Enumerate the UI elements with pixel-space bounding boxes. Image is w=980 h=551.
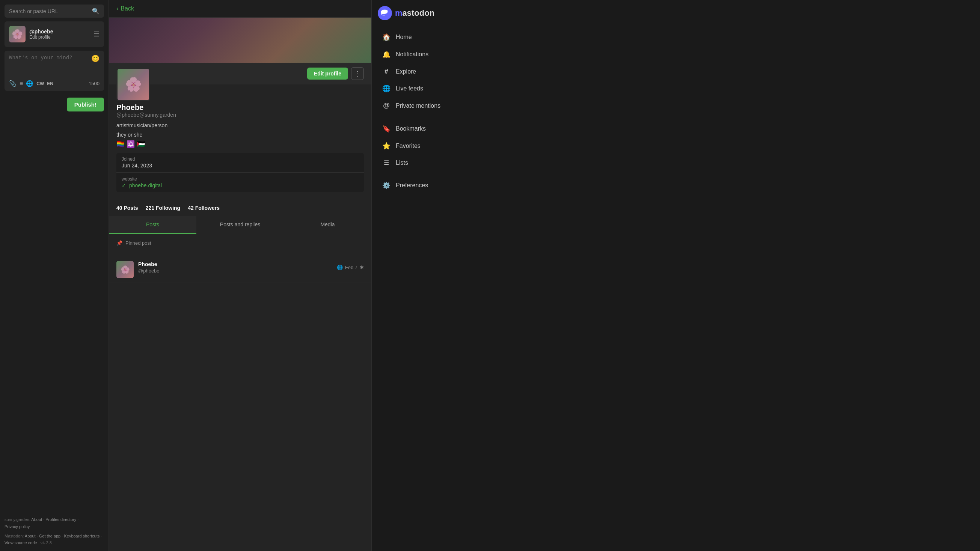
main-nav: 🏠 Home 🔔 Notifications # Explore 🌐 Live … <box>378 29 493 193</box>
bio-line2: they or she <box>116 132 364 138</box>
profiles-directory-link[interactable]: Profiles directory <box>45 517 76 522</box>
list-icon[interactable]: ≡ <box>19 80 23 87</box>
nav-item-live-feeds[interactable]: 🌐 Live feeds <box>378 81 493 97</box>
private-mentions-icon: @ <box>382 102 390 110</box>
menu-icon[interactable]: ☰ <box>94 30 100 38</box>
nav-item-notifications[interactable]: 🔔 Notifications <box>378 46 493 62</box>
profile-card: 🌸 @phoebe Edit profile ☰ <box>5 21 104 47</box>
profile-details: Phoebe @phoebe@sunny.garden artist/music… <box>109 84 371 200</box>
post-star-icon: ✱ <box>360 265 364 270</box>
post-avatar[interactable]: 🌸 <box>116 261 134 278</box>
privacy-policy-link[interactable]: Privacy policy <box>5 524 30 529</box>
username-label: @phoebe <box>29 29 53 35</box>
post-item: 🌸 Phoebe @phoebe 🌐 Feb 7 ✱ <box>109 256 371 283</box>
footer-instance-line: sunny.garden: About · Profiles directory… <box>5 516 104 530</box>
profile-info: @phoebe Edit profile <box>29 29 53 40</box>
search-input[interactable] <box>9 8 92 14</box>
attach-icon[interactable]: 📎 <box>9 80 16 87</box>
edit-profile-button[interactable]: Edit profile <box>307 68 348 79</box>
post-author: Phoebe <box>138 261 158 267</box>
joined-row: Joined Jun 24, 2023 <box>116 153 364 173</box>
nav-label-notifications: Notifications <box>396 51 428 58</box>
nav-label-preferences: Preferences <box>396 182 428 189</box>
explore-icon: # <box>382 68 390 75</box>
website-row: website ✓ phoebe.digital <box>116 173 364 192</box>
profile-handle: @phoebe@sunny.garden <box>116 112 364 118</box>
cw-button[interactable]: CW <box>37 81 44 86</box>
mastodon-about-link[interactable]: About <box>25 534 36 538</box>
bio-line1: artist/musician/person <box>116 122 364 130</box>
nav-item-lists[interactable]: ☰ Lists <box>378 156 493 170</box>
view-source-link[interactable]: View source code <box>5 540 37 545</box>
right-sidebar: mastodon 🏠 Home 🔔 Notifications # Explor… <box>372 0 500 551</box>
search-icon[interactable]: 🔍 <box>92 8 100 14</box>
post-handle: @phoebe <box>138 268 159 274</box>
home-icon: 🏠 <box>382 33 390 41</box>
following-label: Following <box>156 205 180 211</box>
followers-label: Followers <box>195 205 220 211</box>
nav-item-preferences[interactable]: ⚙️ Preferences <box>378 178 493 193</box>
back-button[interactable]: ‹ Back <box>116 5 134 12</box>
meta-card: Joined Jun 24, 2023 website ✓ phoebe.dig… <box>116 153 364 192</box>
notifications-icon: 🔔 <box>382 50 390 59</box>
website-link[interactable]: phoebe.digital <box>129 183 162 189</box>
followers-count: 42 <box>188 205 194 211</box>
footer-mastodon-line: Mastodon: About · Get the app · Keyboard… <box>5 533 104 546</box>
about-link[interactable]: About <box>31 517 42 522</box>
profile-header-area: 🌸 Edit profile ⋮ <box>109 17 371 84</box>
globe-icon[interactable]: 🌐 <box>26 80 33 87</box>
compose-area: 😊 📎 ≡ 🌐 CW EN 1500 <box>5 51 104 91</box>
nav-separator <box>378 115 493 121</box>
joined-label: Joined <box>122 157 359 162</box>
preferences-icon: ⚙️ <box>382 181 390 189</box>
tabs-row: Posts Posts and replies Media <box>109 216 371 234</box>
posts-label: Posts <box>124 205 138 211</box>
nav-label-home: Home <box>396 34 412 41</box>
profile-banner <box>109 17 371 63</box>
nav-item-bookmarks[interactable]: 🔖 Bookmarks <box>378 121 493 137</box>
tab-media[interactable]: Media <box>284 216 371 234</box>
keyboard-shortcuts-link[interactable]: Keyboard shortcuts <box>64 534 100 538</box>
compose-tools: 📎 ≡ 🌐 CW EN <box>9 80 53 87</box>
joined-date: Jun 24, 2023 <box>122 162 359 168</box>
nav-item-favorites[interactable]: ⭐ Favorites <box>378 138 493 154</box>
nav-label-live-feeds: Live feeds <box>396 85 423 92</box>
lang-button[interactable]: EN <box>47 81 53 86</box>
posts-stat[interactable]: 40 Posts <box>116 205 138 211</box>
nav-label-bookmarks: Bookmarks <box>396 125 426 132</box>
compose-textarea[interactable] <box>9 54 88 77</box>
tab-posts[interactable]: Posts <box>109 216 196 234</box>
back-header: ‹ Back <box>109 0 371 17</box>
check-icon: ✓ <box>122 183 126 189</box>
post-header: Phoebe @phoebe 🌐 Feb 7 ✱ <box>138 261 364 274</box>
post-author-info: Phoebe @phoebe <box>138 261 159 274</box>
emoji-icon[interactable]: 😊 <box>91 54 100 63</box>
stats-row: 40 Posts 221 Following 42 Followers <box>109 200 371 216</box>
get-app-link[interactable]: Get the app <box>39 534 61 538</box>
followers-stat[interactable]: 42 Followers <box>188 205 220 211</box>
back-label: Back <box>121 5 134 12</box>
left-sidebar: 🔍 🌸 @phoebe Edit profile ☰ 😊 📎 ≡ 🌐 CW <box>0 0 109 551</box>
post-meta: 🌐 Feb 7 ✱ <box>337 265 364 270</box>
char-count: 1500 <box>89 81 100 86</box>
publish-button[interactable]: Publish! <box>67 98 104 111</box>
post-date: Feb 7 <box>345 265 358 270</box>
following-stat[interactable]: 221 Following <box>146 205 181 211</box>
nav-item-private-mentions[interactable]: @ Private mentions <box>378 98 493 113</box>
more-options-button[interactable]: ⋮ <box>351 67 364 80</box>
footer-links: sunny.garden: About · Profiles directory… <box>5 516 104 546</box>
display-name: Phoebe <box>116 103 364 112</box>
logo-icon <box>378 6 392 20</box>
flags: 🏳️‍🌈 ✡️ 🇵🇸 <box>116 140 364 148</box>
nav-item-explore[interactable]: # Explore <box>378 64 493 79</box>
tab-posts-and-replies[interactable]: Posts and replies <box>196 216 284 234</box>
edit-profile-link[interactable]: Edit profile <box>29 35 53 40</box>
mastodon-label: Mastodon: <box>5 534 24 538</box>
mastodon-logo: mastodon <box>378 6 493 20</box>
nav-label-private-mentions: Private mentions <box>396 102 441 109</box>
posts-count: 40 <box>116 205 123 211</box>
pin-icon: 📌 <box>116 240 123 246</box>
nav-item-home[interactable]: 🏠 Home <box>378 29 493 45</box>
avatar[interactable]: 🌸 <box>9 26 25 43</box>
nav-label-favorites: Favorites <box>396 143 420 149</box>
